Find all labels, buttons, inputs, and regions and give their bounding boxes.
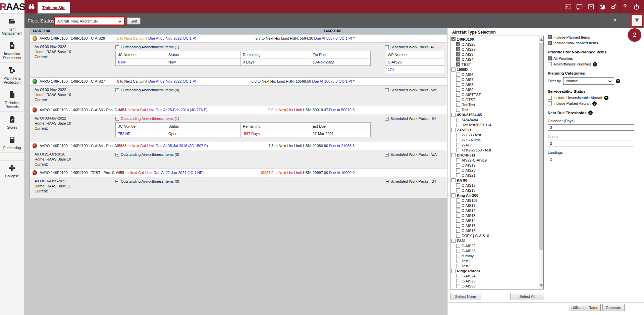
include-parked-checkbox[interactable] [548, 101, 552, 105]
aircraft-type-option[interactable]: Test2-27153 - test [450, 147, 538, 152]
aircraft-type-option[interactable]: C-AIS9 [450, 87, 538, 92]
aircraft-type-option[interactable]: RonTest20220114 [450, 122, 538, 127]
aircraft-type-checkbox[interactable] [456, 219, 460, 223]
aircraft-type-checkbox[interactable] [451, 269, 455, 273]
aircraft-type-option[interactable]: RonTest [450, 102, 538, 107]
aircraft-type-checkbox[interactable] [456, 143, 460, 147]
aircraft-type-checkbox[interactable] [451, 178, 455, 182]
include-non-planned-checkbox[interactable] [548, 41, 552, 45]
aircraft-type-checkbox[interactable] [456, 163, 460, 167]
aircraft-type-checkbox[interactable] [456, 229, 460, 233]
aircraft-type-checkbox[interactable] [456, 78, 460, 82]
wp-link[interactable]: 174 [388, 68, 394, 72]
aircraft-type-option[interactable]: C-AIS17 [450, 183, 538, 188]
aircraft-type-option[interactable]: 27153-Test1 [450, 137, 538, 142]
jc-link[interactable]: 6 NP [118, 60, 126, 64]
aircraft-type-checkbox[interactable] [456, 118, 460, 122]
aircraft-type-option[interactable]: C-AIS99 [450, 283, 538, 288]
chat-icon[interactable] [574, 0, 585, 13]
aircraft-type-checkbox[interactable] [456, 98, 460, 102]
aircraft-type-checkbox[interactable] [456, 173, 460, 177]
aircraft-type-checkbox[interactable] [456, 158, 460, 162]
aircraft-type-option[interactable]: dummy [450, 253, 538, 258]
aircraft-type-checkbox[interactable] [456, 148, 460, 152]
aircraft-type-group[interactable]: Ridge Rotors [450, 268, 538, 273]
expand-toggle-icon[interactable]: + [115, 153, 119, 156]
aircraft-type-option[interactable]: C-AIS26 [450, 42, 538, 47]
generate-button[interactable]: Generate [602, 304, 625, 311]
aircraft-type-group[interactable]: DHC-8-311 [450, 152, 538, 158]
hrs-due-link[interactable]: Due At 50019.5 [329, 108, 355, 112]
aircraft-type-group[interactable]: PA31 [450, 238, 538, 243]
aircraft-type-checkbox[interactable] [456, 138, 460, 142]
aircraft-type-checkbox[interactable] [451, 68, 455, 72]
expand-toggle-icon[interactable]: + [115, 180, 119, 183]
aircraft-type-checkbox[interactable] [456, 168, 460, 172]
hrs-due-link[interactable]: Due At 10575.3 (JC 1 P) [312, 79, 352, 83]
calendar-days-input[interactable] [548, 124, 634, 131]
aircraft-type-checkbox[interactable] [456, 93, 460, 97]
aircraft-type-checkbox[interactable] [456, 88, 460, 92]
cal-due-link[interactable]: Due At 05-Nov-2022 (JC 1 P) [148, 36, 196, 40]
aircraft-type-option[interactable]: Test2 [450, 258, 538, 263]
hours-input[interactable] [548, 140, 634, 146]
help-icon[interactable] [593, 62, 597, 66]
aircraft-type-group[interactable]: 146RJ100 [450, 37, 538, 42]
aircraft-summary-row[interactable]: AVRO 146RJ100 - 146RJ100 - C-AIS26 1 to … [30, 34, 447, 42]
help-icon[interactable]: ? [619, 0, 631, 13]
expand-toggle-icon[interactable]: + [385, 180, 389, 183]
cal-due-link[interactable]: Due At 09-Nov-2022 (JC 1 P) [148, 79, 196, 83]
planning-category-dropdown[interactable]: Normal [563, 77, 614, 85]
aircraft-type-option[interactable]: C-AIS20 [450, 168, 538, 173]
aircraft-type-option[interactable]: 84848484 [450, 117, 538, 122]
toolbar-help-icon[interactable]: ? [613, 17, 616, 23]
aircraft-type-checkbox[interactable] [456, 279, 460, 283]
hrs-due-link[interactable]: Due At 10000.0 [329, 171, 355, 175]
tab-training-site[interactable]: Training Site [38, 2, 70, 13]
include-planned-checkbox[interactable] [548, 35, 552, 39]
aircraft-type-option[interactable]: TEST [450, 62, 538, 67]
expand-toggle-icon[interactable]: + [115, 88, 119, 92]
aircraft-summary-row[interactable]: AVRO 146RJ100 - 146RJ100 - C-AIS27 5 to … [30, 77, 447, 85]
power-logout-icon[interactable] [631, 0, 642, 13]
collapse-toggle-icon[interactable]: − [115, 45, 119, 49]
aircraft-type-checkbox[interactable] [456, 198, 460, 203]
aircraft-type-option[interactable]: C-AIS27 [450, 47, 538, 52]
aircraft-type-option[interactable]: C-AIS25 [450, 278, 538, 283]
aircraft-type-checkbox[interactable] [451, 193, 455, 197]
aircraft-type-group[interactable]: King Air 200 [450, 193, 538, 198]
utilization-rates-button[interactable]: Utilization Rates [569, 304, 601, 311]
filter-button[interactable] [631, 14, 643, 27]
aircraft-type-checkbox[interactable] [456, 73, 460, 77]
expand-toggle-icon[interactable]: + [385, 153, 389, 156]
aircraft-type-checkbox[interactable] [456, 108, 460, 112]
aircraft-type-option[interactable]: C-AIS3 [450, 52, 538, 57]
aircraft-type-checkbox[interactable] [456, 254, 460, 258]
aircraft-type-checkbox[interactable] [456, 123, 460, 127]
help-icon[interactable] [588, 110, 593, 115]
aircraft-type-checkbox[interactable] [456, 264, 460, 268]
aircraft-type-checkbox[interactable] [451, 113, 455, 117]
aircraft-type-option[interactable]: C-AIS24 [450, 273, 538, 278]
aircraft-type-option[interactable]: C-AIS15 [450, 223, 538, 228]
add-window-icon[interactable] [585, 0, 596, 13]
aircraft-type-checkbox[interactable] [456, 214, 460, 218]
aircraft-type-option[interactable]: C-AIS21 [450, 173, 538, 178]
aircraft-type-option[interactable]: C-AIS8 [450, 82, 538, 87]
expand-toggle-icon[interactable]: + [385, 88, 389, 92]
aircraft-type-checkbox[interactable] [456, 244, 460, 248]
aircraft-type-option[interactable]: C-AIS105 [450, 198, 538, 203]
aircraft-type-option[interactable]: C-AIS19 [450, 163, 538, 168]
cal-due-link[interactable]: Due At 22-Jan-2021 (JC 1 NP) [154, 171, 204, 175]
aircraft-summary-row[interactable]: AVRO 146RJ100 - 146RJ100 - C-AIS4 - Pos:… [30, 142, 447, 150]
aircraft-type-checkbox[interactable] [456, 52, 460, 56]
sidebar-item-purchasing[interactable]: Purchasing [0, 132, 24, 153]
include-unserviceable-checkbox[interactable] [548, 96, 552, 100]
aircraft-type-group[interactable]: 737-55D [450, 127, 538, 132]
collapse-toggle-icon[interactable]: − [385, 45, 389, 49]
airworthiness-priorities-checkbox[interactable] [548, 62, 552, 66]
aircraft-type-checkbox[interactable] [451, 153, 455, 157]
raas-logo[interactable]: RAAS [0, 0, 24, 13]
landings-input[interactable] [548, 156, 634, 162]
aircraft-type-checkbox[interactable] [456, 47, 460, 51]
